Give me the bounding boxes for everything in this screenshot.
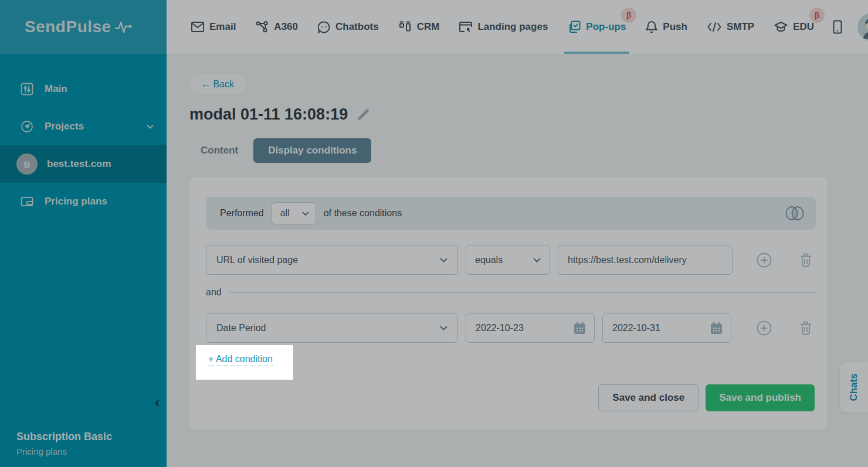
nav-item-label: EDU — [793, 21, 814, 33]
chevron-down-icon — [440, 326, 447, 330]
condition-type-select[interactable]: URL of visited page — [206, 246, 458, 275]
condition-url-input[interactable] — [558, 246, 733, 275]
delete-condition-icon[interactable] — [799, 321, 812, 335]
app-window: SendPulse Main — [0, 0, 868, 467]
globe-icon — [20, 120, 34, 134]
nav-item-label: A360 — [274, 21, 298, 33]
of-these-conditions-label: of these conditions — [324, 208, 402, 219]
condition-type-value: Date Period — [216, 323, 266, 333]
match-type-value: all — [280, 208, 290, 219]
nav-item-label: Push — [663, 21, 687, 33]
date-from-input[interactable]: 2022-10-23 — [466, 313, 595, 343]
chats-tab[interactable]: Chats — [840, 362, 868, 413]
nav-item-label: CRM — [417, 21, 440, 33]
back-button[interactable]: ← Back — [189, 74, 246, 94]
card-actions: Save and close Save and publish — [206, 384, 816, 411]
push-bell-icon — [646, 21, 657, 33]
subscription-link[interactable]: Pricing plans — [16, 446, 112, 456]
nav-item-landing-pages[interactable]: Landing pages — [458, 0, 549, 54]
date-to-input[interactable]: 2022-10-31 — [602, 313, 731, 343]
subscription-info: Subscription Basic Pricing plans — [16, 431, 112, 456]
chats-tab-label: Chats — [848, 373, 860, 401]
nav-item-label: SMTP — [727, 21, 754, 33]
nav-item-edu[interactable]: EDU β — [773, 0, 815, 54]
condition-type-select[interactable]: Date Period — [206, 313, 458, 343]
nav-item-email[interactable]: Email — [190, 0, 237, 54]
condition-operator-select[interactable]: equals — [466, 246, 550, 275]
condition-row: URL of visited page equals — [206, 246, 816, 275]
sidebar-item-label: Pricing plans — [45, 196, 107, 207]
tab-content[interactable]: Content — [201, 138, 238, 163]
sidebar: SendPulse Main — [0, 0, 167, 467]
edit-title-icon[interactable] — [357, 108, 369, 121]
mobile-app-icon[interactable] — [833, 20, 842, 34]
condition-operator-value: equals — [475, 255, 503, 265]
sendpulse-logo[interactable]: SendPulse — [0, 0, 167, 54]
sidebar-item-label: Main — [45, 83, 67, 95]
page-title: modal 01-11 16:08:19 — [189, 105, 348, 124]
sidebar-item-pricing-plans[interactable]: Pricing plans — [0, 183, 167, 220]
user-menu[interactable]: ▼ — [857, 13, 868, 41]
conditions-card: Performed all of these conditions — [189, 177, 828, 429]
beta-badge: β — [809, 8, 825, 23]
nav-item-a360[interactable]: A360 — [255, 0, 299, 54]
nav-item-popups[interactable]: Pop-ups β — [567, 0, 627, 54]
sidebar-item-projects[interactable]: Projects — [0, 108, 167, 145]
crm-icon — [399, 21, 412, 33]
nav-item-smtp[interactable]: SMTP — [706, 0, 755, 54]
main-column: Email A360 Chatbots — [167, 0, 868, 467]
add-condition-highlight: + Add condition — [196, 345, 293, 380]
save-and-publish-button[interactable]: Save and publish — [706, 384, 815, 411]
match-type-row: Performed all of these conditions — [206, 197, 816, 230]
calendar-icon — [710, 322, 723, 335]
and-label: and — [206, 287, 222, 298]
sidebar-item-project-besttestcom[interactable]: B best.test.com — [0, 145, 167, 183]
user-avatar — [857, 13, 868, 41]
date-from-value: 2022-10-23 — [476, 323, 524, 333]
and-separator: and — [206, 287, 816, 298]
pulse-icon — [115, 20, 133, 34]
dashboard-icon — [20, 82, 34, 96]
code-icon — [707, 22, 721, 32]
nav-item-crm[interactable]: CRM — [398, 0, 441, 54]
beta-badge: β — [621, 8, 636, 23]
condition-type-value: URL of visited page — [216, 255, 298, 265]
tab-display-conditions[interactable]: Display conditions — [253, 138, 371, 163]
add-subcondition-icon[interactable] — [757, 253, 772, 268]
sidebar-nav: Main Projects B best.test.com — [0, 70, 167, 220]
chevron-down-icon — [302, 212, 309, 216]
date-to-value: 2022-10-31 — [612, 323, 660, 333]
row-actions — [757, 253, 816, 268]
topbar-right: ▼ — [833, 0, 868, 54]
add-condition-link[interactable]: + Add condition — [208, 354, 273, 366]
popups-icon — [568, 21, 581, 33]
title-row: modal 01-11 16:08:19 — [189, 105, 868, 124]
conditions-overlap-icon[interactable] — [783, 206, 806, 221]
graduation-cap-icon — [774, 21, 788, 33]
wallet-icon — [20, 195, 34, 209]
add-subcondition-icon[interactable] — [757, 321, 772, 336]
nav-item-label: Pop-ups — [586, 21, 626, 33]
top-navigation: Email A360 Chatbots — [167, 0, 868, 54]
landing-pages-icon — [459, 22, 472, 33]
automation-icon — [256, 21, 269, 33]
nav-item-label: Email — [209, 21, 236, 33]
project-avatar: B — [16, 154, 38, 175]
chevron-down-icon — [533, 258, 541, 263]
sidebar-item-label: Projects — [45, 121, 84, 132]
chevron-down-icon — [440, 258, 447, 263]
match-type-select[interactable]: all — [272, 202, 316, 224]
sidebar-item-main[interactable]: Main — [0, 70, 167, 108]
editor-tabs: Content Display conditions — [189, 138, 868, 163]
delete-condition-icon[interactable] — [799, 253, 812, 267]
logo-text: SendPulse — [25, 18, 111, 36]
email-icon — [191, 22, 204, 32]
row-actions — [757, 321, 816, 336]
save-and-close-button[interactable]: Save and close — [598, 384, 699, 411]
divider — [229, 292, 816, 293]
sidebar-collapse-button[interactable]: ‹ — [155, 396, 160, 410]
nav-item-chatbots[interactable]: Chatbots — [317, 0, 380, 54]
nav-item-push[interactable]: Push — [645, 0, 689, 54]
chatbot-icon — [318, 21, 330, 33]
performed-label: Performed — [220, 208, 264, 219]
